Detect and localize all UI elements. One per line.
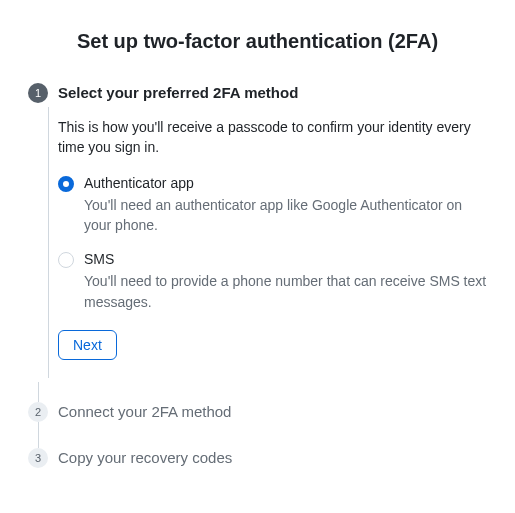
step-connector [38,382,39,402]
option-sms-desc: You'll need to provide a phone number th… [84,271,487,312]
step-3-badge: 3 [28,448,48,468]
option-authenticator-app[interactable]: Authenticator app You'll need an authent… [58,174,487,236]
option-sms-label: SMS [84,250,487,270]
page-title: Set up two-factor authentication (2FA) [28,30,487,53]
option-authenticator-label: Authenticator app [84,174,487,194]
next-button[interactable]: Next [58,330,117,360]
steps-list: 1 Select your preferred 2FA method This … [28,83,487,468]
radio-unselected-icon [58,252,74,268]
step-connector [48,107,49,378]
step-1: 1 Select your preferred 2FA method This … [28,83,487,382]
step-1-body: This is how you'll receive a passcode to… [58,103,487,374]
radio-selected-icon [58,176,74,192]
step-3-title: Copy your recovery codes [58,448,487,468]
step-1-title: Select your preferred 2FA method [58,83,487,103]
step-1-description: This is how you'll receive a passcode to… [58,117,487,158]
step-1-badge: 1 [28,83,48,103]
step-2-badge: 2 [28,402,48,422]
step-3: 3 Copy your recovery codes [28,448,487,468]
step-2: 2 Connect your 2FA method [28,402,487,422]
step-2-title: Connect your 2FA method [58,402,487,422]
step-connector [38,422,39,448]
option-sms[interactable]: SMS You'll need to provide a phone numbe… [58,250,487,312]
option-authenticator-desc: You'll need an authenticator app like Go… [84,195,487,236]
